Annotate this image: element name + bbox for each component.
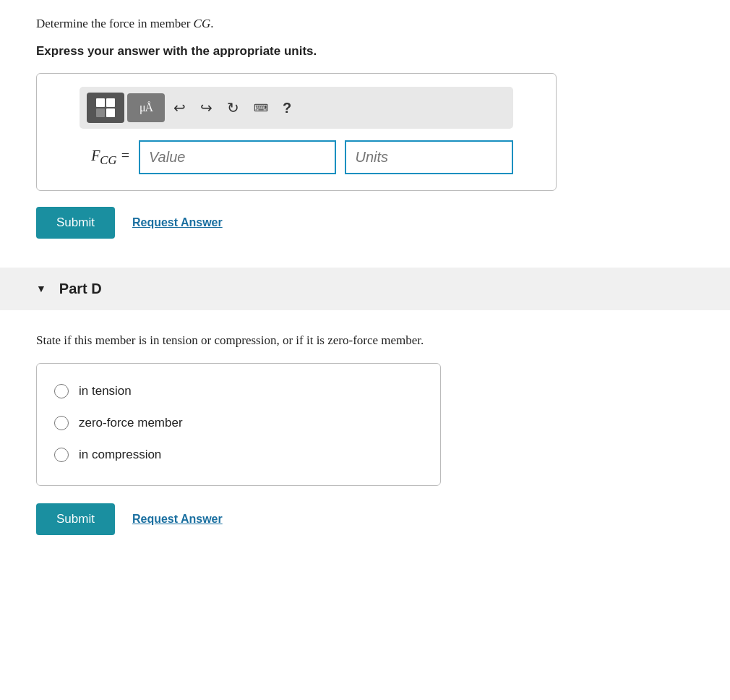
radio-input-tension[interactable] xyxy=(54,384,69,398)
radio-label-zero-force: zero-force member xyxy=(79,416,183,430)
svg-rect-2 xyxy=(106,108,115,117)
formula-row: FCG = xyxy=(80,140,513,174)
request-answer-link-2[interactable]: Request Answer xyxy=(132,513,223,526)
submit-button-2[interactable]: Submit xyxy=(36,503,115,535)
answer-box: μÅ ↩ ↪ ↻ ⌨ ? xyxy=(36,73,557,191)
units-input[interactable] xyxy=(345,140,513,174)
redo-button[interactable]: ↪ xyxy=(194,96,218,119)
undo-button[interactable]: ↩ xyxy=(168,96,192,119)
help-button[interactable]: ? xyxy=(277,97,297,119)
radio-label-compression: in compression xyxy=(79,448,161,462)
radio-option-compression[interactable]: in compression xyxy=(54,439,423,471)
radio-input-zero-force[interactable] xyxy=(54,416,69,430)
express-label: Express your answer with the appropriate… xyxy=(36,42,694,61)
undo-icon: ↩ xyxy=(173,99,186,116)
svg-rect-1 xyxy=(106,98,115,107)
refresh-icon: ↻ xyxy=(227,99,239,116)
keyboard-button[interactable]: ⌨ xyxy=(248,99,274,116)
radio-option-zero-force[interactable]: zero-force member xyxy=(54,407,423,439)
part-d-chevron[interactable]: ▼ xyxy=(36,283,46,295)
svg-rect-3 xyxy=(96,108,105,117)
value-input[interactable] xyxy=(139,140,336,174)
question-text: Determine the force in member CG. xyxy=(36,14,694,33)
submit-button[interactable]: Submit xyxy=(36,207,115,239)
state-question-text: State if this member is in tension or co… xyxy=(36,330,694,350)
part-d-section: ▼ Part D xyxy=(0,268,730,310)
mu-icon: μÅ xyxy=(139,101,153,114)
formula-label: FCG = xyxy=(80,148,130,168)
grid-input-button[interactable] xyxy=(87,93,124,123)
toolbar: μÅ ↩ ↪ ↻ ⌨ ? xyxy=(80,87,513,129)
member-name: CG xyxy=(194,17,211,30)
radio-input-compression[interactable] xyxy=(54,448,69,462)
radio-option-tension[interactable]: in tension xyxy=(54,375,423,407)
reset-button[interactable]: ↻ xyxy=(221,96,245,119)
redo-icon: ↪ xyxy=(200,99,212,116)
units-input-button[interactable]: μÅ xyxy=(127,93,165,122)
radio-label-tension: in tension xyxy=(79,384,132,398)
request-answer-link[interactable]: Request Answer xyxy=(132,216,223,229)
svg-rect-0 xyxy=(96,98,105,107)
part-d-label: Part D xyxy=(59,281,102,297)
grid-icon xyxy=(95,97,116,119)
radio-options-box: in tension zero-force member in compress… xyxy=(36,363,441,486)
keyboard-icon: ⌨ xyxy=(254,102,268,114)
actions-row-2: Submit Request Answer xyxy=(36,503,694,535)
actions-row: Submit Request Answer xyxy=(36,207,694,239)
question-mark-icon: ? xyxy=(283,100,291,116)
